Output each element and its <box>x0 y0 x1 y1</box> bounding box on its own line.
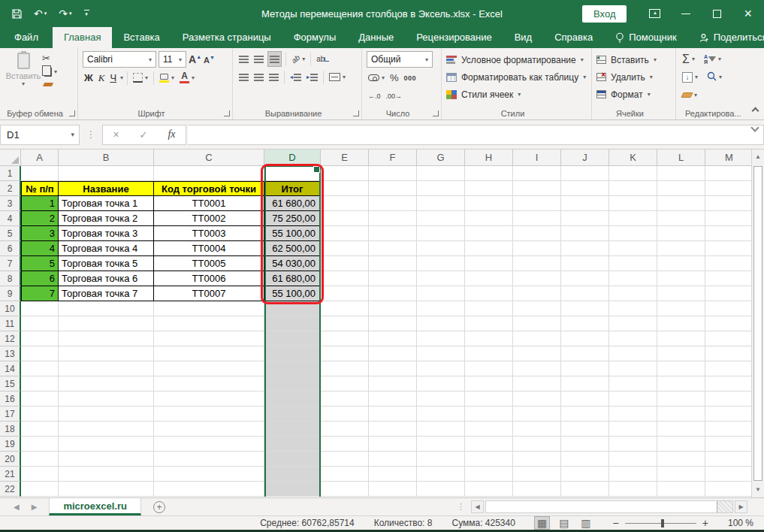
row-header-18[interactable]: 18 <box>0 422 21 437</box>
cell-L22[interactable] <box>657 482 705 497</box>
cell-J5[interactable] <box>561 226 609 241</box>
scroll-down-icon[interactable]: ▼ <box>752 482 764 497</box>
cell-A21[interactable] <box>21 467 59 482</box>
cell-K11[interactable] <box>609 316 657 331</box>
cell-K10[interactable] <box>609 301 657 316</box>
sheet-tab-active[interactable]: microexcel.ru <box>49 498 141 515</box>
cell-B5[interactable]: Торговая точка 3 <box>59 226 154 241</box>
page-break-view-icon[interactable]: ▥ <box>578 517 593 529</box>
cell-G4[interactable] <box>417 211 465 226</box>
cell-D13[interactable] <box>264 346 321 361</box>
cell-F10[interactable] <box>369 301 417 316</box>
row-header-7[interactable]: 7 <box>0 256 21 271</box>
next-sheet-icon[interactable]: ▶ <box>32 503 38 511</box>
cell-C1[interactable] <box>154 166 264 181</box>
cell-E17[interactable] <box>321 407 369 422</box>
cell-I22[interactable] <box>513 482 561 497</box>
column-header-C[interactable]: C <box>154 150 264 166</box>
cell-D20[interactable] <box>264 452 321 467</box>
cell-K1[interactable] <box>609 166 657 181</box>
cell-M4[interactable] <box>705 211 753 226</box>
cell-D22[interactable] <box>264 482 321 497</box>
horizontal-scroll-thumb[interactable] <box>486 501 717 512</box>
cell-J2[interactable] <box>561 181 609 196</box>
redo-caret-icon[interactable]: ▾ <box>69 11 72 17</box>
cell-D7[interactable]: 54 030,00 <box>264 256 321 271</box>
cell-D11[interactable] <box>264 316 321 331</box>
fill-color-button[interactable]: ▾ <box>158 70 176 86</box>
cell-D18[interactable] <box>264 422 321 437</box>
row-header-2[interactable]: 2 <box>0 181 21 196</box>
cell-A17[interactable] <box>21 407 59 422</box>
underline-button[interactable]: Ч <box>108 70 118 86</box>
cell-D6[interactable]: 62 500,00 <box>264 241 321 256</box>
cell-J21[interactable] <box>561 467 609 482</box>
cell-A6[interactable]: 4 <box>21 241 59 256</box>
cell-K21[interactable] <box>609 467 657 482</box>
cell-A9[interactable]: 7 <box>21 286 59 301</box>
decrease-indent-button[interactable]: ◂ <box>288 69 303 85</box>
cell-G8[interactable] <box>417 271 465 286</box>
column-header-F[interactable]: F <box>369 150 417 166</box>
cell-D15[interactable] <box>264 376 321 391</box>
increase-font-size-button[interactable]: A▲ <box>189 53 201 65</box>
decrease-decimal-button[interactable]: .00→ <box>385 88 404 104</box>
cell-K16[interactable] <box>609 391 657 407</box>
cell-F13[interactable] <box>369 346 417 361</box>
cell-J4[interactable] <box>561 211 609 226</box>
cell-I20[interactable] <box>513 452 561 467</box>
cell-L12[interactable] <box>657 331 705 346</box>
cell-D2[interactable]: Итог <box>264 181 321 196</box>
tab-formulas[interactable]: Формулы <box>282 27 348 48</box>
column-header-M[interactable]: M <box>705 150 753 166</box>
cell-F20[interactable] <box>369 452 417 467</box>
cell-E12[interactable] <box>321 331 369 346</box>
cell-M19[interactable] <box>705 437 753 452</box>
cell-M7[interactable] <box>705 256 753 271</box>
find-select-button[interactable]: ▾ <box>705 69 723 85</box>
formula-input[interactable] <box>188 125 764 145</box>
cell-G1[interactable] <box>417 166 465 181</box>
orientation-button[interactable]: ab▾ <box>290 51 307 67</box>
cell-G14[interactable] <box>417 361 465 376</box>
align-right-button[interactable] <box>267 69 280 85</box>
cell-I19[interactable] <box>513 437 561 452</box>
cell-E3[interactable] <box>321 196 369 211</box>
cell-H3[interactable] <box>465 196 513 211</box>
cell-J16[interactable] <box>561 391 609 407</box>
cell-A20[interactable] <box>21 452 59 467</box>
cell-K2[interactable] <box>609 181 657 196</box>
clipboard-dialog-launcher[interactable] <box>69 110 75 116</box>
cell-M13[interactable] <box>705 346 753 361</box>
row-header-11[interactable]: 11 <box>0 316 21 331</box>
zoom-in-icon[interactable]: + <box>702 517 708 529</box>
cell-styles-button[interactable]: Стили ячеек▾ <box>446 86 588 102</box>
cell-G16[interactable] <box>417 391 465 407</box>
cell-H20[interactable] <box>465 452 513 467</box>
cell-J17[interactable] <box>561 407 609 422</box>
underline-caret-icon[interactable]: ▾ <box>120 74 123 81</box>
cell-H11[interactable] <box>465 316 513 331</box>
cell-L11[interactable] <box>657 316 705 331</box>
cell-I2[interactable] <box>513 181 561 196</box>
cell-L18[interactable] <box>657 422 705 437</box>
format-painter-icon[interactable] <box>43 83 53 86</box>
zoom-slider[interactable] <box>625 523 696 524</box>
cell-I5[interactable] <box>513 226 561 241</box>
row-header-9[interactable]: 9 <box>0 286 21 301</box>
cell-B4[interactable]: Торговая точка 2 <box>59 211 154 226</box>
cell-M14[interactable] <box>705 361 753 376</box>
cell-A22[interactable] <box>21 482 59 497</box>
row-header-16[interactable]: 16 <box>0 391 21 407</box>
cell-J11[interactable] <box>561 316 609 331</box>
cell-B3[interactable]: Торговая точка 1 <box>59 196 154 211</box>
cell-B18[interactable] <box>59 422 154 437</box>
cancel-icon[interactable]: × <box>113 128 119 141</box>
cell-M12[interactable] <box>705 331 753 346</box>
italic-button[interactable]: К <box>97 70 107 86</box>
cut-icon[interactable]: ✂ <box>42 53 57 64</box>
column-header-E[interactable]: E <box>321 150 369 166</box>
cell-I7[interactable] <box>513 256 561 271</box>
cell-J20[interactable] <box>561 452 609 467</box>
cell-B19[interactable] <box>59 437 154 452</box>
